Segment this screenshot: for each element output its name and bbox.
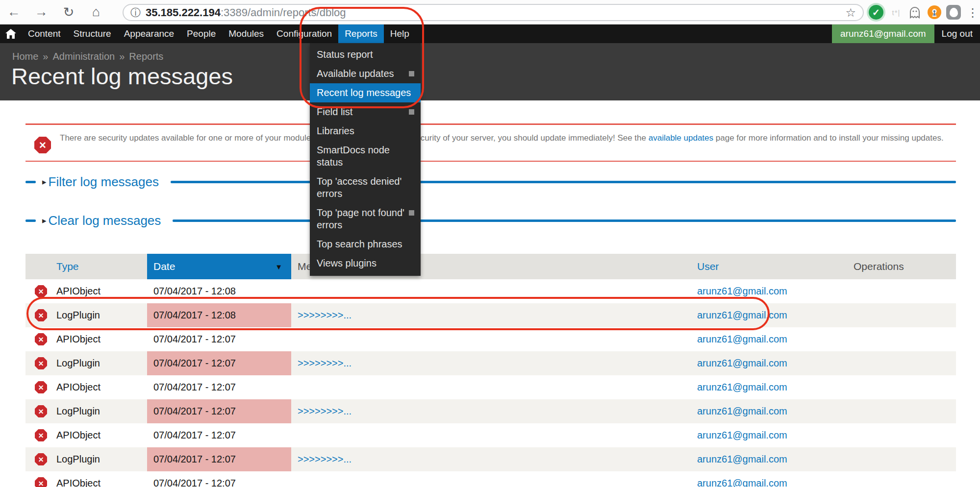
fieldset-rule	[173, 219, 956, 222]
log-message-cell	[291, 423, 697, 447]
url-text[interactable]: 35.185.222.194:3389/admin/reports/dblog	[146, 6, 346, 19]
url-path[interactable]: :3389/admin/reports/dblog	[221, 6, 346, 19]
bookmark-star-icon[interactable]: ☆	[845, 6, 856, 20]
log-date-cell: 07/04/2017 - 12:07	[147, 399, 291, 423]
breadcrumb-home[interactable]: Home	[12, 51, 38, 62]
admin-toolbar: ContentStructureAppearancePeopleModulesC…	[0, 24, 980, 43]
menu-item-appearance[interactable]: Appearance	[118, 24, 180, 43]
log-message-cell: >>>>>>>>...	[291, 447, 697, 471]
account-label[interactable]: arunz61@gmail.com	[832, 24, 934, 43]
error-status-icon: ✕	[35, 333, 47, 345]
back-icon[interactable]: ←	[0, 4, 27, 20]
log-message-link[interactable]: >>>>>>>>...	[298, 358, 352, 369]
dropdown-item-top-page-not-found-errors[interactable]: Top 'page not found' errors	[310, 203, 421, 235]
extension-disabled-icon[interactable]: t*|	[888, 4, 904, 20]
user-link[interactable]: arunz61@gmail.com	[697, 382, 787, 393]
collapsed-arrow-icon[interactable]: ▸	[42, 216, 47, 226]
log-operations-cell	[854, 471, 956, 487]
table-header-date[interactable]: Date ▼	[147, 254, 291, 279]
row-status-cell: ✕	[25, 303, 56, 327]
user-link[interactable]: arunz61@gmail.com	[697, 334, 787, 345]
user-link[interactable]: arunz61@gmail.com	[697, 406, 787, 417]
url-host[interactable]: 35.185.222.194	[146, 6, 221, 19]
log-date-cell: 07/04/2017 - 12:07	[147, 375, 291, 399]
extension-check-icon[interactable]: ✓	[869, 5, 883, 20]
row-status-cell: ✕	[25, 351, 56, 375]
user-link[interactable]: arunz61@gmail.com	[697, 454, 787, 465]
page-info-icon[interactable]: ⓘ	[130, 6, 141, 20]
flag-square-icon	[409, 210, 414, 216]
collapsed-arrow-icon[interactable]: ▸	[42, 177, 47, 187]
dropdown-item-smartdocs-node-status[interactable]: SmartDocs node status	[310, 141, 421, 172]
browser-menu-icon[interactable]: ⋮	[967, 6, 979, 20]
user-link[interactable]: arunz61@gmail.com	[697, 478, 787, 487]
menu-item-structure[interactable]: Structure	[67, 24, 118, 43]
log-message-link[interactable]: >>>>>>>>...	[298, 310, 352, 321]
extension-generic-icon[interactable]	[946, 5, 961, 20]
error-status-icon: ✕	[35, 285, 47, 297]
log-user-cell: arunz61@gmail.com	[697, 447, 854, 471]
dropdown-item-field-list[interactable]: Field list	[310, 102, 421, 122]
log-type-cell: APIObject	[56, 375, 147, 399]
table-header-user[interactable]: User	[697, 254, 854, 279]
table-header-operations: Operations	[854, 254, 956, 279]
browser-toolbar: ← → ↻ ⌂ ⓘ 35.185.222.194:3389/admin/repo…	[0, 0, 980, 24]
dropdown-item-libraries[interactable]: Libraries	[310, 122, 421, 141]
sort-desc-icon: ▼	[275, 263, 282, 271]
menu-item-reports[interactable]: Reports	[338, 24, 384, 43]
dropdown-item-available-updates[interactable]: Available updates	[310, 64, 421, 83]
reload-icon[interactable]: ↻	[55, 4, 82, 20]
flag-square-icon	[409, 109, 414, 115]
clear-log-messages-toggle[interactable]: Clear log messages	[49, 213, 161, 228]
log-type-cell: APIObject	[56, 423, 147, 447]
user-link[interactable]: arunz61@gmail.com	[697, 310, 787, 321]
dropdown-item-status-report[interactable]: Status report	[310, 45, 421, 64]
breadcrumb-administration[interactable]: Administration	[52, 51, 115, 62]
log-user-cell: arunz61@gmail.com	[697, 279, 854, 303]
error-status-icon: ✕	[35, 357, 47, 369]
user-link[interactable]: arunz61@gmail.com	[697, 358, 787, 369]
dropdown-item-top-search-phrases[interactable]: Top search phrases	[310, 235, 421, 254]
menu-item-configuration[interactable]: Configuration	[270, 24, 338, 43]
menu-item-content[interactable]: Content	[22, 24, 67, 43]
flag-square-icon	[409, 71, 414, 76]
logout-button[interactable]: Log out	[934, 24, 980, 43]
log-type-cell: APIObject	[56, 279, 147, 303]
error-message-text: There are security updates available for…	[60, 132, 948, 145]
log-message-link[interactable]: >>>>>>>>...	[298, 406, 352, 417]
table-row: ✕APIObject07/04/2017 - 12:08arunz61@gmai…	[25, 279, 956, 303]
table-header-type[interactable]: Type	[56, 254, 147, 279]
user-link[interactable]: arunz61@gmail.com	[697, 286, 787, 297]
filter-log-messages-toggle[interactable]: Filter log messages	[49, 174, 159, 190]
breadcrumb-separator: »	[43, 51, 48, 62]
browser-home-icon[interactable]: ⌂	[82, 4, 110, 20]
breadcrumb-reports[interactable]: Reports	[129, 51, 163, 62]
extension-ghost-icon[interactable]	[907, 4, 923, 20]
address-bar[interactable]: ⓘ 35.185.222.194:3389/admin/reports/dblo…	[123, 4, 864, 21]
user-link[interactable]: arunz61@gmail.com	[697, 430, 787, 441]
dropdown-item-recent-log-messages[interactable]: Recent log messages	[310, 83, 421, 102]
table-row: ✕LogPlugin07/04/2017 - 12:07>>>>>>>>...a…	[25, 399, 956, 423]
dropdown-item-views-plugins[interactable]: Views plugins	[310, 254, 421, 273]
extension-vpn-icon[interactable]	[927, 4, 942, 20]
log-message-link[interactable]: >>>>>>>>...	[298, 454, 352, 465]
breadcrumb: Home»Administration»Reports	[12, 51, 163, 62]
row-status-cell: ✕	[25, 279, 56, 303]
log-message-cell: >>>>>>>>...	[291, 303, 697, 327]
fieldset-rule	[171, 181, 956, 183]
menu-item-help[interactable]: Help	[384, 24, 416, 43]
log-date-cell: 07/04/2017 - 12:08	[147, 303, 291, 327]
log-type-cell: LogPlugin	[56, 447, 147, 471]
menu-item-people[interactable]: People	[180, 24, 222, 43]
forward-icon[interactable]: →	[27, 4, 55, 20]
available-updates-link[interactable]: available updates	[649, 133, 713, 143]
table-header-row: Type Date ▼ Message User Operations	[25, 254, 956, 279]
dropdown-item-top-access-denied-errors[interactable]: Top 'access denied' errors	[310, 172, 421, 203]
error-status-icon: ✕	[35, 405, 47, 417]
menu-item-modules[interactable]: Modules	[222, 24, 270, 43]
log-date-cell: 07/04/2017 - 12:07	[147, 327, 291, 351]
fieldset-dash	[25, 219, 36, 222]
admin-home-icon[interactable]	[0, 24, 22, 43]
log-user-cell: arunz61@gmail.com	[697, 351, 854, 375]
row-status-cell: ✕	[25, 447, 56, 471]
